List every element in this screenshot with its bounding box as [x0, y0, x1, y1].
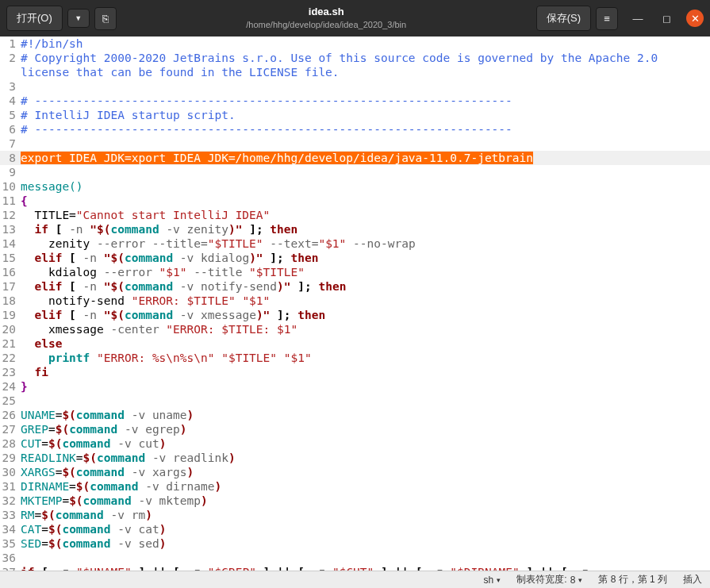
code-editor[interactable]: 1#!/bin/sh 2# Copyright 2000-2020 JetBra…	[0, 37, 710, 571]
titlebar: 打开(O) ▼ ⎘ idea.sh /home/hhg/develop/idea…	[0, 0, 710, 37]
title-area: idea.sh /home/hhg/develop/idea/idea_2020…	[121, 6, 532, 30]
chevron-down-icon: ▾	[578, 576, 582, 584]
filename: idea.sh	[121, 6, 532, 19]
new-tab-icon: ⎘	[102, 13, 109, 25]
close-icon: ✕	[691, 13, 700, 25]
chevron-down-icon: ▾	[497, 576, 501, 584]
save-button[interactable]: 保存(S)	[536, 6, 591, 31]
tab-width-selector[interactable]: 制表符宽度: 8 ▾	[516, 573, 582, 586]
maximize-button[interactable]: ◻	[658, 10, 675, 27]
open-recent-dropdown[interactable]: ▼	[67, 9, 90, 28]
chevron-down-icon: ▼	[75, 14, 82, 22]
open-button[interactable]: 打开(O)	[6, 6, 63, 31]
maximize-icon: ◻	[662, 13, 671, 25]
minimize-icon: —	[633, 13, 643, 25]
language-selector[interactable]: sh ▾	[484, 575, 501, 586]
minimize-button[interactable]: —	[629, 10, 647, 27]
hamburger-icon: ≡	[604, 13, 610, 25]
close-button[interactable]: ✕	[686, 10, 704, 27]
filepath: /home/hhg/develop/idea/idea_2020_3/bin	[121, 19, 532, 30]
statusbar: sh ▾ 制表符宽度: 8 ▾ 第 8 行，第 1 列 插入	[0, 571, 710, 588]
menu-button[interactable]: ≡	[596, 7, 618, 30]
edit-mode[interactable]: 插入	[683, 573, 702, 586]
new-tab-button[interactable]: ⎘	[94, 7, 117, 30]
selected-text: export IDEA_JDK=xport IDEA_JDK=/home/hhg…	[21, 152, 533, 164]
cursor-position[interactable]: 第 8 行，第 1 列	[598, 573, 667, 586]
